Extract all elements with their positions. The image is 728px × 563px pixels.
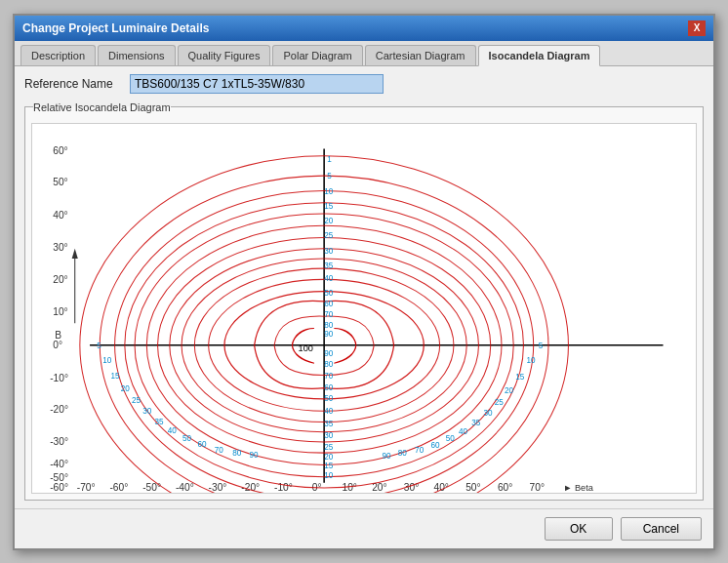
svg-text:100: 100 [299,342,313,352]
svg-text:70: 70 [415,446,425,455]
tab-cartesian-diagram[interactable]: Cartesian Diagram [365,45,476,65]
svg-text:60: 60 [197,440,207,449]
svg-text:-40°: -40° [50,459,68,469]
svg-text:-70°: -70° [77,481,96,492]
svg-text:80: 80 [232,449,242,458]
svg-text:-30°: -30° [209,481,227,492]
svg-text:40: 40 [168,425,178,434]
svg-text:► Beta: ► Beta [563,482,593,492]
reference-name-input[interactable] [130,74,384,94]
svg-text:90: 90 [324,349,334,358]
svg-text:35: 35 [324,261,334,270]
svg-text:15: 15 [324,462,334,470]
svg-text:0°: 0° [53,339,62,349]
dialog-footer: OK Cancel [15,508,713,548]
svg-text:40°: 40° [53,210,67,221]
svg-text:20: 20 [324,453,334,462]
tab-bar: Description Dimensions Quality Figures P… [15,41,713,66]
svg-text:5: 5 [327,172,332,181]
tab-isocandela-diagram[interactable]: Isocandela Diagram [478,45,601,66]
svg-text:90: 90 [250,451,260,460]
svg-text:20°: 20° [53,274,67,285]
cancel-button[interactable]: Cancel [621,517,702,541]
diagram-svg: 60° 50° 40° 30° 20° 10° B 0° -10° -20° -… [32,124,696,493]
svg-text:70: 70 [215,446,224,455]
svg-text:60°: 60° [53,144,67,155]
svg-text:80: 80 [398,449,408,458]
dialog: Change Project Luminaire Details X Descr… [13,14,715,550]
svg-text:15: 15 [515,372,525,381]
isocandela-diagram: 60° 50° 40° 30° 20° 10° B 0° -10° -20° -… [31,123,697,494]
svg-text:10: 10 [527,356,537,365]
svg-text:-50°: -50° [142,481,161,492]
svg-text:-10°: -10° [50,372,68,382]
svg-text:70: 70 [324,310,334,319]
svg-text:70: 70 [324,371,334,380]
svg-text:35: 35 [324,419,334,427]
svg-text:-60°: -60° [50,481,68,492]
svg-text:15: 15 [111,371,121,380]
svg-text:10: 10 [102,356,112,365]
svg-text:60°: 60° [498,481,512,492]
svg-text:25: 25 [324,231,334,240]
svg-text:25: 25 [132,396,142,405]
svg-text:35: 35 [471,418,481,426]
svg-text:-20°: -20° [50,404,68,415]
tab-polar-diagram[interactable]: Polar Diagram [272,45,362,65]
svg-text:35: 35 [154,417,164,425]
ok-button[interactable]: OK [545,517,613,541]
svg-text:10°: 10° [53,306,67,317]
svg-text:-60°: -60° [109,481,128,492]
svg-text:30: 30 [484,409,494,418]
tab-description[interactable]: Description [20,45,96,65]
svg-text:30: 30 [324,430,334,439]
svg-text:10: 10 [324,470,334,479]
svg-text:50: 50 [446,433,456,442]
reference-name-row: Reference Name [24,74,704,94]
svg-text:10: 10 [324,186,334,195]
svg-text:50: 50 [324,288,334,297]
svg-text:25: 25 [324,443,334,452]
svg-text:40: 40 [459,426,468,435]
svg-text:50: 50 [182,433,192,442]
diagram-group-title: Relative Isocandela Diagram [33,101,171,113]
svg-text:40: 40 [324,407,334,416]
svg-text:-40°: -40° [176,481,194,492]
svg-text:90: 90 [382,452,391,461]
svg-text:30: 30 [324,246,334,255]
svg-text:25: 25 [495,398,505,407]
svg-text:50: 50 [324,394,334,403]
svg-text:20: 20 [121,383,131,392]
svg-text:50°: 50° [465,481,480,492]
tab-dimensions[interactable]: Dimensions [98,45,175,65]
svg-text:1: 1 [327,154,332,163]
svg-text:70°: 70° [530,481,545,492]
svg-text:60: 60 [324,299,334,307]
tab-quality-figures[interactable]: Quality Figures [178,45,271,65]
svg-text:5: 5 [97,341,101,349]
dialog-title: Change Project Luminaire Details [22,21,209,35]
svg-text:50°: 50° [53,177,67,187]
svg-text:90: 90 [324,329,334,338]
svg-text:30°: 30° [53,241,67,252]
svg-text:20: 20 [505,385,514,394]
diagram-group: Relative Isocandela Diagram 60° 50° 40° … [24,101,704,501]
svg-text:20: 20 [324,217,334,225]
svg-text:80: 80 [324,360,334,369]
svg-text:30: 30 [142,407,152,416]
svg-text:40: 40 [324,274,334,283]
svg-rect-0 [35,124,693,493]
svg-text:15: 15 [324,201,334,210]
svg-text:-30°: -30° [50,435,68,446]
svg-text:5: 5 [539,341,544,349]
svg-text:60: 60 [430,441,440,450]
reference-name-label: Reference Name [24,77,122,91]
close-button[interactable]: X [688,20,706,36]
content-area: Reference Name Relative Isocandela Diagr… [15,66,713,508]
titlebar: Change Project Luminaire Details X [15,16,713,41]
svg-text:60: 60 [324,382,334,391]
